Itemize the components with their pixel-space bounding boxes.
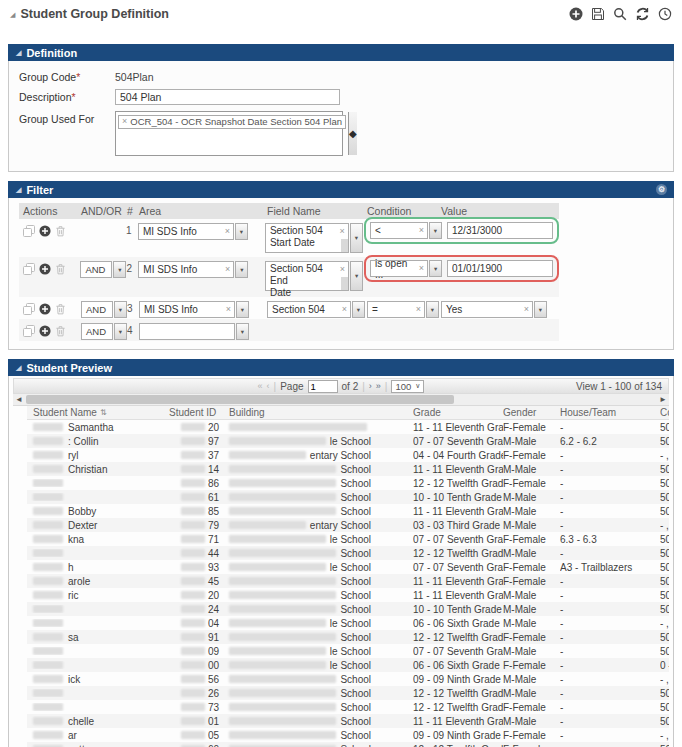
refresh-icon[interactable] [635,7,650,21]
table-row[interactable]: sa 91 School 12 - 12 Twelfth Grade F-Fem… [27,630,669,644]
table-row[interactable]: ric 20 School 11 - 11 Eleventh Grade M-M… [27,588,669,602]
dropdown-button[interactable] [350,223,363,253]
clone-row-icon[interactable] [23,263,35,275]
collapse-triangle-icon[interactable]: ◢ [16,49,21,56]
add-row-icon[interactable] [39,225,51,237]
header-building[interactable]: Building [229,407,413,418]
history-icon[interactable] [658,7,672,21]
area-combo[interactable]: MI SDS Info [138,261,234,278]
clear-icon[interactable] [223,305,231,314]
table-row[interactable]: Samantha 20 11 - 11 Eleventh Grade F-Fem… [27,420,669,434]
table-row[interactable]: 24 School 10 - 10 Tenth Grade M-Male - 5… [27,602,669,616]
field-combo[interactable]: Section 504 End Date [265,261,349,291]
table-row[interactable]: 44 School 12 - 12 Twelfth Grade M-Male -… [27,546,669,560]
clone-row-icon[interactable] [23,303,35,315]
header-student-id[interactable]: Student ID [169,407,229,418]
add-row-icon[interactable] [39,303,51,315]
prev-page-icon[interactable]: ‹ [267,382,270,391]
dropdown-button[interactable] [114,323,127,340]
table-row[interactable]: ick 56 School 09 - 09 Ninth Grade M-Male… [27,672,669,686]
delete-row-icon[interactable] [55,263,66,275]
andor-select[interactable]: AND [81,323,113,340]
last-page-icon[interactable]: » [376,382,381,391]
condition-combo[interactable]: = [367,301,425,318]
table-row[interactable]: h 93 le School 07 - 07 Seventh Grade F-F… [27,560,669,574]
table-row[interactable]: arole 45 School 11 - 11 Eleventh Grade F… [27,574,669,588]
description-input[interactable] [115,89,340,105]
clear-icon[interactable] [337,265,345,274]
collapse-triangle-icon[interactable]: ◢ [10,11,15,18]
student-preview-header[interactable]: ◢ Student Preview [8,359,674,376]
save-icon[interactable] [591,7,605,21]
group-used-for-multiselect[interactable]: OCR_504 - OCR Snapshot Date Section 504 … [115,111,343,156]
remove-tag-icon[interactable] [122,117,127,126]
condition-combo[interactable]: < [370,222,428,239]
table-row[interactable]: : Collin 97 le School 07 - 07 Seventh Gr… [27,434,669,448]
page-input[interactable] [308,380,338,393]
add-row-icon[interactable] [39,263,51,275]
table-row[interactable]: Christian 14 School 11 - 11 Eleventh Gra… [27,462,669,476]
field-combo[interactable]: Section 504 Start Date [265,223,349,253]
header-student-name[interactable]: Student Name [27,407,169,418]
table-row[interactable]: nette 60 School 12 - 12 Twelfth Grade F-… [27,742,669,747]
area-combo[interactable]: MI SDS Info [139,301,235,318]
area-combo[interactable]: MI SDS Info [138,223,234,240]
area-combo[interactable] [139,323,235,340]
clone-row-icon[interactable] [23,225,35,237]
table-row[interactable]: Bobby 85 School 11 - 11 Eleventh Grade M… [27,504,669,518]
header-gender[interactable]: Gender [503,407,560,418]
table-row[interactable]: chelle 01 School 11 - 11 Eleventh Grade … [27,714,669,728]
header-counselor[interactable]: Co [660,407,669,418]
first-page-icon[interactable]: « [258,382,263,391]
search-icon[interactable] [613,7,627,21]
scroll-left-icon[interactable] [15,395,23,404]
clear-icon[interactable] [416,226,424,235]
scroll-right-icon[interactable] [659,395,667,404]
dropdown-button[interactable] [429,260,442,277]
dropdown-button[interactable] [114,301,127,318]
clear-icon[interactable] [222,265,230,274]
value-input[interactable] [447,260,553,277]
add-icon[interactable] [569,7,583,21]
condition-combo[interactable]: is open ... [370,260,428,277]
table-row[interactable]: 73 School 12 - 12 Twelfth Grade F-Female… [27,700,669,714]
andor-select[interactable]: AND [81,301,113,318]
dropdown-button[interactable] [429,222,442,239]
selected-tag[interactable]: OCR_504 - OCR Snapshot Date Section 504 … [118,115,346,129]
header-grade[interactable]: Grade [413,407,503,418]
scrollbar-thumb[interactable] [26,395,454,404]
clear-icon[interactable] [413,305,421,314]
dropdown-button[interactable] [534,301,547,318]
clear-icon[interactable] [416,264,424,273]
table-row[interactable]: kna 71 le School 07 - 07 Seventh Grade F… [27,532,669,546]
next-page-icon[interactable]: › [369,382,372,391]
multiselect-picker-button[interactable] [348,112,357,155]
dropdown-button[interactable] [235,261,248,278]
clear-icon[interactable] [521,305,529,314]
table-row[interactable]: 09 le School 07 - 07 Seventh Grade M-Mal… [27,644,669,658]
table-row[interactable]: 86 School 12 - 12 Twelfth Grade F-Female… [27,476,669,490]
table-row[interactable]: 04 le School 06 - 06 Sixth Grade M-Male … [27,616,669,630]
gear-icon[interactable] [656,184,667,195]
table-row[interactable]: ryl 37 entary School 04 - 04 Fourth Grad… [27,448,669,462]
value-combo[interactable]: Yes [441,301,533,318]
collapse-triangle-icon[interactable]: ◢ [16,186,21,193]
value-input[interactable] [447,222,553,239]
definition-header[interactable]: ◢ Definition [8,44,674,61]
table-row[interactable]: 00 le School 06 - 06 Sixth Grade F-Femal… [27,658,669,672]
dropdown-button[interactable] [236,323,249,340]
clone-row-icon[interactable] [23,325,35,337]
delete-row-icon[interactable] [55,325,66,337]
andor-select[interactable]: AND [80,261,112,278]
collapse-triangle-icon[interactable]: ◢ [16,364,21,371]
clear-icon[interactable] [339,305,347,314]
filter-header[interactable]: ◢ Filter [8,181,674,198]
table-row[interactable]: Dexter 79 entary School 03 - 03 Third Gr… [27,518,669,532]
clear-icon[interactable] [222,227,230,236]
clear-icon[interactable] [337,227,345,236]
delete-row-icon[interactable] [55,225,66,237]
dropdown-button[interactable] [236,301,249,318]
table-row[interactable]: 61 School 10 - 10 Tenth Grade M-Male - 5… [27,490,669,504]
add-row-icon[interactable] [39,325,51,337]
dropdown-button[interactable] [113,261,126,278]
